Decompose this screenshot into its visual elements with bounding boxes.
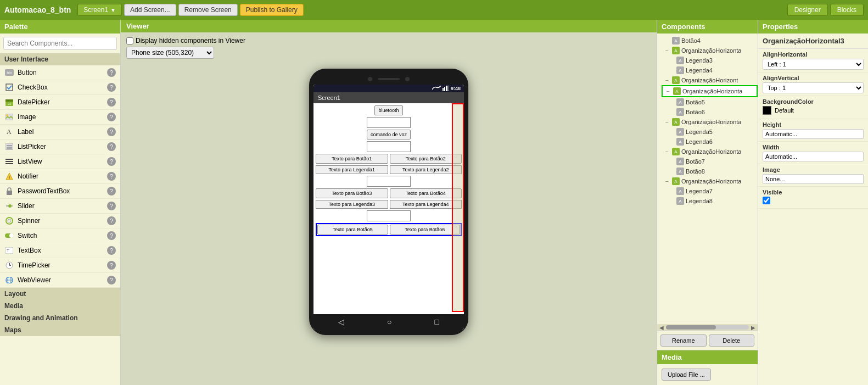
- textbox-1[interactable]: [367, 117, 411, 128]
- textbox-icon: T: [4, 245, 14, 255]
- blocks-button[interactable]: Blocks: [830, 4, 864, 16]
- palette-item-slider[interactable]: Slider ?: [0, 199, 120, 214]
- button-info[interactable]: ?: [107, 68, 116, 77]
- textbox-4[interactable]: [367, 210, 411, 221]
- tree-item-botao5[interactable]: A Botão5: [666, 97, 758, 107]
- rename-button[interactable]: Rename: [660, 334, 707, 347]
- palette-item-notifier[interactable]: ! Notifier ?: [0, 169, 120, 184]
- phone-top: [313, 77, 464, 81]
- btn1[interactable]: Texto para Botão1: [316, 154, 388, 164]
- alignvertical-select[interactable]: Top : 1: [763, 82, 864, 93]
- collapse-icon[interactable]: −: [664, 149, 670, 155]
- palette-item-checkbox[interactable]: CheckBox ?: [0, 80, 120, 95]
- btn5[interactable]: Texto para Botão5: [317, 225, 388, 235]
- palette-item-spinner[interactable]: Spinner ?: [0, 214, 120, 228]
- nav-home[interactable]: ○: [387, 317, 391, 326]
- palette-item-listpicker[interactable]: ListPicker ?: [0, 140, 120, 154]
- tree-item-botao6[interactable]: A Botão6: [666, 107, 758, 117]
- scroll-left[interactable]: ◀: [658, 325, 665, 331]
- button-label: Button: [18, 69, 104, 76]
- checkbox-info[interactable]: ?: [107, 83, 116, 92]
- tree-item-leg6[interactable]: A Legenda6: [666, 137, 758, 147]
- tree-item-botao4[interactable]: A Botão4: [662, 36, 758, 46]
- timepicker-info[interactable]: ?: [107, 261, 116, 270]
- properties-header: Properties: [758, 20, 868, 34]
- collapse-icon[interactable]: −: [664, 77, 670, 83]
- palette-item-timepicker[interactable]: TimePicker ?: [0, 258, 120, 273]
- collapse-icon[interactable]: −: [664, 48, 670, 54]
- notifier-info[interactable]: ?: [107, 172, 116, 181]
- voz-btn[interactable]: comando de voz: [367, 130, 411, 140]
- height-input[interactable]: [763, 129, 864, 139]
- svg-text:31: 31: [8, 102, 12, 105]
- slider-info[interactable]: ?: [107, 202, 116, 210]
- textbox-2[interactable]: [367, 141, 411, 152]
- listview-info[interactable]: ?: [107, 157, 116, 166]
- designer-button[interactable]: Designer: [787, 4, 828, 16]
- palette-item-listview[interactable]: ListView ?: [0, 154, 120, 169]
- palette-item-switch[interactable]: Switch ?: [0, 228, 120, 243]
- tree-item-org4[interactable]: − A OrganizaçãoHorizonta: [662, 117, 758, 127]
- publish-button[interactable]: Publish to Gallery: [240, 4, 304, 16]
- switch-info[interactable]: ?: [107, 231, 116, 240]
- tree-item-org5[interactable]: − A OrganizaçãoHorizonta: [662, 147, 758, 157]
- search-input[interactable]: [3, 37, 117, 50]
- scroll-right[interactable]: ▶: [750, 325, 757, 331]
- tree-item-leg8[interactable]: A Legenda8: [666, 196, 758, 206]
- tree-item-botao8[interactable]: A Botão8: [666, 166, 758, 176]
- image-info[interactable]: ?: [107, 113, 116, 121]
- phone-size-select[interactable]: Phone size (505,320): [126, 47, 214, 59]
- delete-button[interactable]: Delete: [709, 334, 755, 347]
- btn3[interactable]: Texto para Botão3: [316, 188, 388, 198]
- btn4[interactable]: Texto para Botão4: [390, 188, 462, 198]
- components-scrollbar[interactable]: ◀ ▶: [657, 324, 758, 331]
- collapse-icon[interactable]: −: [665, 88, 671, 94]
- palette-item-label[interactable]: A Label ?: [0, 125, 120, 140]
- svg-rect-36: [447, 86, 449, 91]
- tree-label: OrganizaçãoHorizont: [681, 77, 738, 83]
- palette-item-textbox[interactable]: T TextBox ?: [0, 243, 120, 258]
- palette-item-webviewer[interactable]: WebViewer ?: [0, 273, 120, 288]
- btn2[interactable]: Texto para Botão2: [390, 154, 462, 164]
- tree-item-leg7[interactable]: A Legenda7: [666, 186, 758, 196]
- tree-item-leg5[interactable]: A Legenda5: [666, 127, 758, 137]
- nav-recent[interactable]: □: [435, 317, 439, 326]
- tree-item-org1[interactable]: − A OrganizaçãoHorizonta: [662, 46, 758, 55]
- palette-item-datepicker[interactable]: 31 DatePicker ?: [0, 95, 120, 110]
- spinner-info[interactable]: ?: [107, 216, 116, 225]
- remove-screen-button[interactable]: Remove Screen: [178, 4, 238, 16]
- alignhorizontal-select[interactable]: Left : 1: [763, 59, 864, 70]
- textbox-info[interactable]: ?: [107, 246, 116, 255]
- palette-item-passwordtextbox[interactable]: PasswordTextBox ?: [0, 184, 120, 199]
- datepicker-info[interactable]: ?: [107, 98, 116, 107]
- webviewer-label: WebViewer: [18, 276, 104, 284]
- palette-item-button[interactable]: btn Button ?: [0, 65, 120, 80]
- textbox-3[interactable]: [367, 176, 411, 187]
- btn6[interactable]: Texto para Botão6: [390, 225, 461, 235]
- tree-item-org6[interactable]: − A OrganizaçãoHorizonta: [662, 176, 758, 186]
- tree-item-botao7[interactable]: A Botão7: [666, 157, 758, 166]
- collapse-icon[interactable]: −: [664, 119, 670, 125]
- webviewer-info[interactable]: ?: [107, 276, 116, 284]
- visible-checkbox[interactable]: [763, 197, 770, 204]
- tree-item-org3-selected[interactable]: − A OrganizaçãoHorizonta: [662, 85, 758, 97]
- palette-item-image[interactable]: Image ?: [0, 110, 120, 125]
- width-input[interactable]: [763, 152, 864, 161]
- collapse-icon[interactable]: −: [664, 178, 670, 185]
- listpicker-info[interactable]: ?: [107, 142, 116, 151]
- phone-row-textbox2: [316, 141, 462, 152]
- label-info[interactable]: ?: [107, 127, 116, 136]
- phone-camera: [368, 77, 372, 81]
- upload-file-button[interactable]: Upload File ...: [662, 369, 711, 381]
- color-swatch[interactable]: Default: [763, 106, 794, 115]
- display-hidden-checkbox[interactable]: [126, 37, 133, 44]
- tree-item-leg3[interactable]: A Legenda3: [666, 55, 758, 65]
- passwordtextbox-info[interactable]: ?: [107, 187, 116, 196]
- tree-item-leg4[interactable]: A Legenda4: [666, 65, 758, 75]
- tree-item-org2[interactable]: − A OrganizaçãoHorizont: [662, 75, 758, 85]
- bluetooth-btn[interactable]: bluetooth: [374, 105, 402, 115]
- image-input[interactable]: [763, 174, 864, 184]
- add-screen-button[interactable]: Add Screen...: [124, 4, 176, 16]
- screen-selector[interactable]: Screen1 ▼: [77, 4, 122, 16]
- nav-back[interactable]: ◁: [338, 317, 344, 326]
